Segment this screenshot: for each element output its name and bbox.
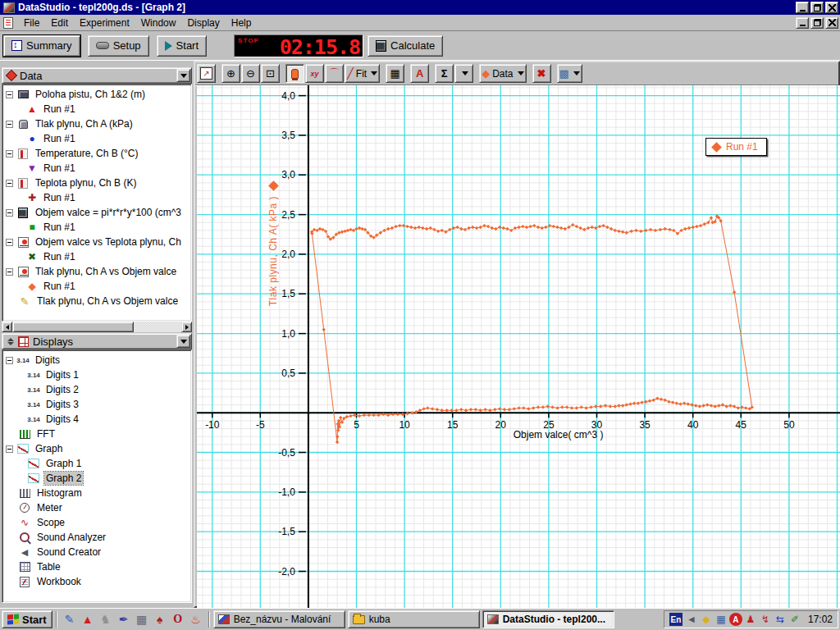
child-minimize-button[interactable] (796, 17, 809, 29)
setup-button[interactable]: Setup (88, 35, 149, 57)
menu-window[interactable]: Window (135, 16, 182, 30)
menu-experiment[interactable]: Experiment (74, 16, 135, 30)
lightning-icon[interactable]: ↯ (759, 613, 772, 626)
smart-tool-button[interactable] (285, 64, 304, 83)
displays-tree-item[interactable]: FFT (2, 427, 191, 441)
data-tree-item[interactable]: Tlak plynu, Ch A vs Objem valce (2, 264, 191, 279)
collapse-icon[interactable] (6, 121, 13, 128)
run-item[interactable]: ✖Run #1 (2, 249, 191, 264)
scroll-left-button[interactable] (2, 322, 12, 332)
run-item[interactable]: ●Run #1 (2, 131, 191, 146)
fit-menu-button[interactable]: ╱Fit (345, 64, 380, 83)
data-tree-item[interactable]: Teplota plynu, Ch B (K) (2, 176, 191, 190)
close-button[interactable] (825, 2, 838, 13)
delete-button[interactable]: ✖ (532, 64, 551, 83)
scrollbar-thumb[interactable] (12, 322, 134, 332)
restore-button[interactable] (810, 2, 824, 13)
quick-launch-acrobat-icon[interactable]: ▲ (79, 610, 97, 628)
displays-tree-item[interactable]: Sound Analyzer (2, 530, 191, 545)
text-tool-button[interactable]: A (410, 64, 429, 83)
displays-tree-child-item[interactable]: Graph 1 (2, 456, 191, 471)
calculator-tool-button[interactable]: ▦ (386, 64, 404, 83)
data-menu-button[interactable]: ◆Data (479, 64, 526, 83)
summary-button[interactable]: Summary (3, 35, 80, 57)
displays-tree-item[interactable]: 3.14Digits (2, 353, 191, 368)
collapse-icon[interactable] (6, 268, 13, 276)
data-tree-hscrollbar[interactable] (2, 322, 192, 332)
run-item[interactable]: ▼Run #1 (2, 161, 191, 176)
scroll-right-button[interactable] (181, 322, 192, 332)
quick-launch-dragon-icon[interactable]: ♠ (151, 610, 169, 628)
displays-tree-item[interactable]: ∿Scope (2, 515, 191, 530)
start-menu-button[interactable]: Start (2, 610, 52, 628)
child-close-button[interactable] (825, 17, 838, 29)
collapse-icon[interactable] (6, 445, 13, 453)
run-item[interactable]: ▲Run #1 (2, 102, 191, 116)
task-button[interactable]: Bez_názvu - Malování (213, 610, 345, 628)
quick-launch-winamp-icon[interactable]: ♨ (187, 610, 205, 628)
menu-file[interactable]: File (18, 16, 45, 30)
statistics-menu-button[interactable] (454, 64, 473, 83)
graph-settings-button[interactable]: ▩ (557, 64, 582, 83)
sync-arrows-icon[interactable]: ⇆ (774, 613, 787, 626)
language-indicator[interactable]: En (669, 613, 682, 626)
quick-launch-calculator-icon[interactable]: ▦ (133, 610, 151, 628)
ati-icon[interactable]: A (729, 613, 742, 626)
task-button[interactable]: kuba (348, 610, 480, 628)
data-tree-item[interactable]: Temperature, Ch B (°C) (2, 146, 191, 161)
displays-tree-item[interactable]: Meter (2, 500, 191, 515)
displays-tree-item[interactable]: Workbook (2, 574, 191, 589)
statistics-button[interactable]: Σ (435, 64, 454, 83)
displays-tree-child-item[interactable]: Graph 2 (2, 471, 191, 486)
legend[interactable]: Run #1 (705, 138, 767, 156)
scale-to-fit-button[interactable]: ↗ (197, 64, 216, 83)
collapse-icon[interactable] (6, 239, 13, 246)
displays-tree-item[interactable]: Graph (2, 441, 191, 456)
data-tree-item[interactable]: Objem valce vs Teplota plynu, Ch (2, 235, 191, 249)
data-tree-item[interactable]: Poloha pistu, Ch 1&2 (m) (2, 87, 191, 102)
figure-icon[interactable]: ♟ (744, 613, 757, 626)
run-item[interactable]: ✚Run #1 (2, 190, 191, 205)
displays-panel-menu-button[interactable] (176, 335, 190, 348)
data-tree-item[interactable]: Tlak plynu, Ch A (kPa) (2, 116, 191, 131)
collapse-icon[interactable] (6, 209, 13, 217)
zoom-out-button[interactable]: ⊖ (241, 64, 260, 83)
menu-edit[interactable]: Edit (45, 16, 74, 30)
displays-tree-item[interactable]: ◀Sound Creator (2, 545, 191, 559)
collapse-icon[interactable] (6, 150, 13, 158)
chart-canvas[interactable]: -10-551015202530354045504,03,53,02,52,01… (197, 85, 840, 608)
zoom-in-button[interactable]: ⊕ (221, 64, 240, 83)
run-item[interactable]: ■Run #1 (2, 220, 191, 235)
scheduler-icon[interactable]: ▦ (714, 613, 728, 626)
data-tree-item[interactable]: ✎Tlak plynu, Ch A vs Objem valce (2, 294, 191, 308)
task-button[interactable]: DataStudio - tepl200... (482, 610, 614, 628)
pen-tray-icon[interactable]: ✐ (788, 613, 801, 626)
displays-tree-item[interactable]: Histogram (2, 486, 191, 500)
volume-icon[interactable]: ◄ (685, 613, 698, 626)
data-panel-menu-button[interactable] (176, 69, 190, 82)
displays-tree-child-item[interactable]: 3.14Digits 3 (2, 397, 191, 412)
menu-display[interactable]: Display (181, 16, 225, 30)
collapse-icon[interactable] (6, 357, 13, 364)
collapse-icon[interactable] (6, 180, 13, 187)
quick-launch-writer-icon[interactable]: ✒ (115, 610, 133, 628)
zoom-select-button[interactable]: ⊡ (261, 64, 280, 83)
calculate-button[interactable]: Calculate (368, 35, 443, 57)
quick-launch-bird-icon[interactable]: ♞ (97, 610, 115, 628)
run-item[interactable]: ◆Run #1 (2, 279, 191, 294)
xy-tool-button[interactable]: xy (305, 64, 324, 83)
child-restore-button[interactable] (810, 17, 824, 29)
collapse-icon[interactable] (6, 91, 13, 98)
displays-tree-child-item[interactable]: 3.14Digits 4 (2, 412, 191, 427)
displays-tree-child-item[interactable]: 3.14Digits 2 (2, 382, 191, 397)
graph-plot-area[interactable]: -10-551015202530354045504,03,53,02,52,01… (197, 85, 840, 608)
diamond-tray-icon[interactable]: ◆ (700, 613, 713, 626)
quick-launch-opera-icon[interactable]: O (169, 610, 187, 628)
quick-launch-notes-icon[interactable]: ✎ (61, 610, 79, 628)
minimize-button[interactable] (796, 2, 809, 13)
start-button[interactable]: Start (157, 35, 207, 57)
displays-tree-child-item[interactable]: 3.14Digits 1 (2, 368, 191, 382)
y-axis-label[interactable]: Tlak plynu, Ch A( kPa ) (267, 182, 279, 306)
displays-tree-item[interactable]: Table (2, 559, 191, 574)
slope-tool-button[interactable]: ⌒ (325, 64, 344, 83)
